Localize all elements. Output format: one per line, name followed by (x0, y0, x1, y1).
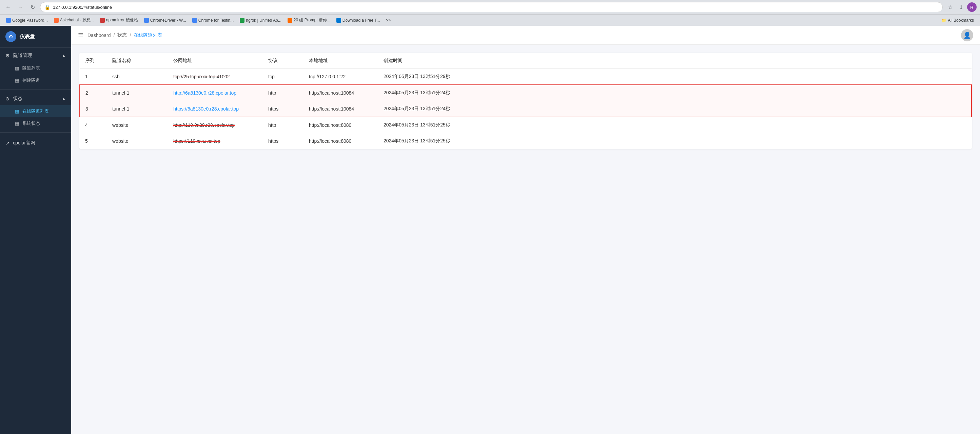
cell-index: 3 (80, 101, 107, 117)
sidebar-item-create-tunnel[interactable]: ▦ 创建隧道 (0, 74, 71, 86)
bookmark-icon (192, 18, 197, 23)
cell-time: 2024年05月23日 13时51分24秒 (378, 85, 972, 101)
cell-local: http://localhost:8080 (304, 133, 378, 149)
bookmark-icon (100, 18, 105, 23)
tunnel-list-label: 隧道列表 (22, 65, 40, 71)
logo-icon: ⊙ (5, 31, 16, 42)
download-button[interactable]: ⇓ (956, 2, 966, 12)
sidebar-item-system-status[interactable]: ▦ 系统状态 (0, 117, 71, 130)
bookmark-npmmirror[interactable]: npmmirror 镜像站 (97, 16, 141, 24)
redacted-url: tcp://25.tcp.xxxx.top:41002 (173, 74, 230, 79)
cell-time: 2024年05月23日 13时51分25秒 (378, 133, 972, 149)
create-tunnel-label: 创建隧道 (22, 77, 40, 83)
cell-name: tunnel-1 (107, 85, 168, 101)
cell-local: http://localhost:8080 (304, 117, 378, 133)
sidebar-divider (0, 89, 71, 89)
sidebar-item-cpolar[interactable]: ↗ cpolar官网 (0, 137, 71, 149)
bookmark-icon (336, 18, 341, 23)
topbar: ☰ Dashboard / 状态 / 在线隧道列表 👤 (71, 26, 980, 45)
table-row: 1sshtcp://25.tcp.xxxx.top:41002tcptcp://… (80, 69, 972, 85)
table-row: 5websitehttps://119.xxx.xxx.tophttpshttp… (80, 133, 972, 149)
bookmark-ngrok[interactable]: ngrok | Unified Ap... (237, 17, 284, 24)
cell-local: http://localhost:10084 (304, 85, 378, 101)
address-bar[interactable]: 🔒 127.0.0.1:9200/#/status/online (40, 2, 943, 12)
external-link-icon: ↗ (5, 140, 10, 146)
folder-icon: 📁 (941, 18, 947, 23)
col-header-local: 本地地址 (304, 53, 378, 69)
status-group-label: 状态 (13, 95, 22, 102)
breadcrumb-current: 在线隧道列表 (134, 32, 162, 38)
bookmark-chrome-testing[interactable]: Chrome for Testin... (189, 17, 236, 24)
back-button[interactable]: ← (3, 2, 13, 12)
table-container: 序列 隧道名称 公网地址 协议 本地地址 创建时间 1sshtcp://25.t… (80, 53, 972, 149)
sidebar-status-group[interactable]: ⊙ 状态 ▲ (0, 92, 71, 105)
app: ⊙ 仪表盘 ⚙ 隧道管理 ▲ ▦ 隧道列表 ▦ 创建隧道 (0, 26, 980, 434)
tunnel-mgmt-icon: ⚙ (5, 53, 10, 58)
redacted-url: https://119.xxx.xxx.top (173, 138, 220, 144)
breadcrumb-sep-1: / (114, 33, 115, 38)
breadcrumb-dashboard: Dashboard (88, 33, 111, 38)
col-header-time: 创建时间 (378, 53, 972, 69)
cell-protocol: http (263, 117, 304, 133)
bookmark-download[interactable]: Download a Free T... (334, 17, 383, 24)
bookmark-folder[interactable]: 📁 All Bookmarks (939, 17, 977, 24)
sidebar: ⊙ 仪表盘 ⚙ 隧道管理 ▲ ▦ 隧道列表 ▦ 创建隧道 (0, 26, 71, 434)
cell-protocol: https (263, 133, 304, 149)
browser-chrome: ← → ↻ 🔒 127.0.0.1:9200/#/status/online ☆… (0, 0, 980, 26)
sidebar-tunnel-management[interactable]: ⚙ 隧道管理 ▲ (0, 49, 71, 62)
topbar-right: 👤 (961, 29, 973, 41)
lock-icon: 🔒 (45, 5, 50, 10)
browser-actions: ☆ ⇓ R (945, 2, 977, 12)
bookmark-chromedriver[interactable]: ChromeDriver - W... (142, 17, 189, 24)
cell-public-url: tcp://25.tcp.xxxx.top:41002 (168, 69, 263, 85)
logo-text: 仪表盘 (20, 33, 35, 40)
refresh-button[interactable]: ↻ (28, 2, 37, 12)
bookmark-icon (240, 18, 245, 23)
sidebar-divider-2 (0, 132, 71, 133)
breadcrumb-status: 状态 (117, 32, 127, 38)
bookmarks-right: 📁 All Bookmarks (939, 17, 977, 24)
cell-local: http://localhost:10084 (304, 101, 378, 117)
col-header-public: 公网地址 (168, 53, 263, 69)
sidebar-item-online-tunnels[interactable]: ▦ 在线隧道列表 (0, 105, 71, 117)
breadcrumb: Dashboard / 状态 / 在线隧道列表 (88, 32, 162, 38)
bookmark-icon (288, 18, 292, 23)
cell-index: 2 (80, 85, 107, 101)
sidebar-status-section: ⊙ 状态 ▲ ▦ 在线隧道列表 ▦ 系统状态 (0, 91, 71, 131)
cell-public-url: https://119.xxx.xxx.top (168, 133, 263, 149)
col-header-name: 隧道名称 (107, 53, 168, 69)
profile-button[interactable]: R (967, 2, 977, 12)
tunnels-table: 序列 隧道名称 公网地址 协议 本地地址 创建时间 1sshtcp://25.t… (80, 53, 972, 149)
table-header-row: 序列 隧道名称 公网地址 协议 本地地址 创建时间 (80, 53, 972, 69)
star-button[interactable]: ☆ (945, 2, 955, 12)
bookmark-prompt[interactable]: 20 组 Prompt 带你... (285, 16, 333, 24)
col-header-index: 序列 (80, 53, 107, 69)
sidebar-item-tunnel-list[interactable]: ▦ 隧道列表 (0, 62, 71, 74)
cell-time: 2024年05月23日 13时51分25秒 (378, 117, 972, 133)
cell-public-url: https://6a8130e0.r28.cpolar.top (168, 101, 263, 117)
browser-toolbar: ← → ↻ 🔒 127.0.0.1:9200/#/status/online ☆… (0, 0, 980, 14)
redacted-url: http://119.9x29.r28.cpolar.top (173, 122, 235, 128)
cell-protocol: https (263, 101, 304, 117)
bookmark-askchat[interactable]: Askchat.ai - 梦想... (51, 16, 97, 24)
online-tunnels-icon: ▦ (15, 109, 19, 114)
bookmark-google-password[interactable]: Google Password... (3, 17, 51, 24)
avatar[interactable]: 👤 (961, 29, 973, 41)
cell-time: 2024年05月23日 13时51分29秒 (378, 69, 972, 85)
cell-index: 4 (80, 117, 107, 133)
tunnel-mgmt-label: 隧道管理 (13, 52, 32, 59)
online-tunnels-label: 在线隧道列表 (22, 108, 49, 114)
bookmark-icon (144, 18, 149, 23)
cell-time: 2024年05月23日 13时51分24秒 (378, 101, 972, 117)
chevron-up-icon-2: ▲ (62, 96, 66, 101)
cell-protocol: http (263, 85, 304, 101)
bookmarks-more-button[interactable]: >> (383, 17, 393, 24)
menu-icon[interactable]: ☰ (78, 32, 83, 39)
cell-public-url: http://119.9x29.r28.cpolar.top (168, 117, 263, 133)
forward-button[interactable]: → (16, 2, 25, 12)
cell-name: website (107, 117, 168, 133)
chevron-up-icon: ▲ (62, 53, 66, 58)
bookmarks-bar: Google Password... Askchat.ai - 梦想... np… (0, 14, 980, 26)
system-status-label: 系统状态 (22, 120, 40, 126)
main-content: 序列 隧道名称 公网地址 协议 本地地址 创建时间 1sshtcp://25.t… (71, 45, 980, 434)
